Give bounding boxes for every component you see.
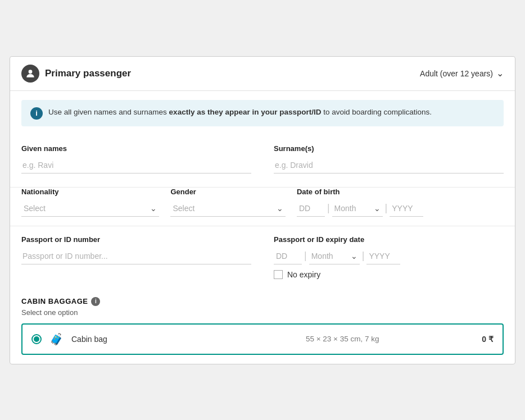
cabin-baggage-section: CABIN BAGGAGE i Select one option 🧳 Cabi… xyxy=(10,288,515,364)
expiry-fields: DD | Month ⌄ | YYYY xyxy=(274,248,504,264)
expiry-sep2: | xyxy=(360,250,367,263)
cabin-info-icon: i xyxy=(91,297,100,306)
info-banner: i Use all given names and surnames exact… xyxy=(21,100,504,126)
dob-month-chevron-icon: ⌄ xyxy=(374,204,381,213)
no-expiry-label: No expiry xyxy=(287,270,320,279)
svg-point-0 xyxy=(29,70,33,74)
cabin-dimensions: 55 × 23 × 35 cm, 7 kg xyxy=(211,335,474,343)
cabin-title-row: CABIN BAGGAGE i xyxy=(21,297,504,306)
bag-icon: 🧳 xyxy=(49,332,64,346)
header-right: Adult (over 12 years) ⌄ xyxy=(420,68,504,79)
nationality-group: Nationality Select ⌄ xyxy=(21,188,159,217)
passenger-header: Primary passenger Adult (over 12 years) … xyxy=(10,57,515,91)
gender-value: Select xyxy=(173,204,273,213)
gender-group: Gender Select ⌄ xyxy=(170,188,286,217)
passenger-title: Primary passenger xyxy=(45,68,131,79)
radio-inner xyxy=(34,336,39,342)
no-expiry-row: No expiry xyxy=(274,270,504,279)
cabin-option-name: Cabin bag xyxy=(71,335,203,344)
passport-expiry-label: Passport or ID expiry date xyxy=(274,235,504,244)
expiry-month-chevron-icon: ⌄ xyxy=(351,252,357,261)
surnames-input[interactable] xyxy=(274,157,504,174)
avatar-icon xyxy=(21,65,39,83)
surnames-label: Surname(s) xyxy=(274,144,504,153)
expiry-sep1: | xyxy=(302,250,309,263)
dob-fields: DD | Month ⌄ | YYYY xyxy=(297,200,504,217)
surnames-group: Surname(s) xyxy=(274,135,504,174)
info-icon: i xyxy=(30,107,43,120)
given-names-group: Given names xyxy=(21,135,251,174)
dob-sep1: | xyxy=(325,202,332,215)
gender-chevron-icon: ⌄ xyxy=(277,204,283,213)
expiry-month-text: Month xyxy=(311,252,351,261)
expiry-yyyy-text: YYYY xyxy=(369,252,398,261)
dob-yyyy-text: YYYY xyxy=(392,204,421,213)
passport-number-group: Passport or ID number xyxy=(21,226,251,264)
names-row: Given names Surname(s) xyxy=(21,135,504,174)
info-text: Use all given names and surnames exactly… xyxy=(48,107,432,118)
nationality-value: Select xyxy=(24,204,147,213)
nationality-select[interactable]: Select ⌄ xyxy=(21,200,159,217)
cabin-subtitle: Select one option xyxy=(21,308,504,317)
expiry-month-field[interactable]: Month ⌄ xyxy=(309,248,360,264)
dob-month-text: Month xyxy=(334,204,374,213)
given-names-label: Given names xyxy=(21,144,251,153)
expiry-yyyy-field[interactable]: YYYY xyxy=(366,248,400,264)
dob-yyyy-field[interactable]: YYYY xyxy=(390,200,423,217)
dob-month-field[interactable]: Month ⌄ xyxy=(332,200,383,217)
cabin-price: 0 ₹ xyxy=(482,335,494,344)
header-left: Primary passenger xyxy=(21,65,131,83)
passenger-form-card: Primary passenger Adult (over 12 years) … xyxy=(10,56,515,364)
expiry-dd-text: DD xyxy=(276,252,300,261)
dob-label: Date of birth xyxy=(297,188,504,196)
nationality-label: Nationality xyxy=(21,188,159,196)
dob-sep2: | xyxy=(383,202,390,215)
nationality-gender-dob-row: Nationality Select ⌄ Gender Select ⌄ Dat… xyxy=(10,188,515,226)
passport-expiry-group: Passport or ID expiry date DD | Month ⌄ … xyxy=(274,226,504,279)
gender-select[interactable]: Select ⌄ xyxy=(170,200,286,217)
passport-row: Passport or ID number Passport or ID exp… xyxy=(10,226,515,288)
passenger-type-label: Adult (over 12 years) xyxy=(420,69,493,78)
cabin-option[interactable]: 🧳 Cabin bag 55 × 23 × 35 cm, 7 kg 0 ₹ xyxy=(21,323,504,355)
gender-label: Gender xyxy=(170,188,286,196)
passenger-type-chevron[interactable]: ⌄ xyxy=(496,68,504,79)
cabin-radio[interactable] xyxy=(31,334,42,344)
dob-dd-text: DD xyxy=(299,204,323,213)
passport-number-input[interactable] xyxy=(21,248,251,264)
cabin-title: CABIN BAGGAGE xyxy=(21,297,88,305)
given-names-input[interactable] xyxy=(21,157,251,174)
dob-dd-field[interactable]: DD xyxy=(297,200,325,217)
no-expiry-checkbox[interactable] xyxy=(274,270,283,279)
dob-group: Date of birth DD | Month ⌄ | YYYY xyxy=(297,188,504,217)
passport-number-label: Passport or ID number xyxy=(21,235,251,244)
expiry-dd-field[interactable]: DD xyxy=(274,248,302,264)
nationality-chevron-icon: ⌄ xyxy=(150,204,157,213)
names-section: Given names Surname(s) xyxy=(10,135,515,188)
